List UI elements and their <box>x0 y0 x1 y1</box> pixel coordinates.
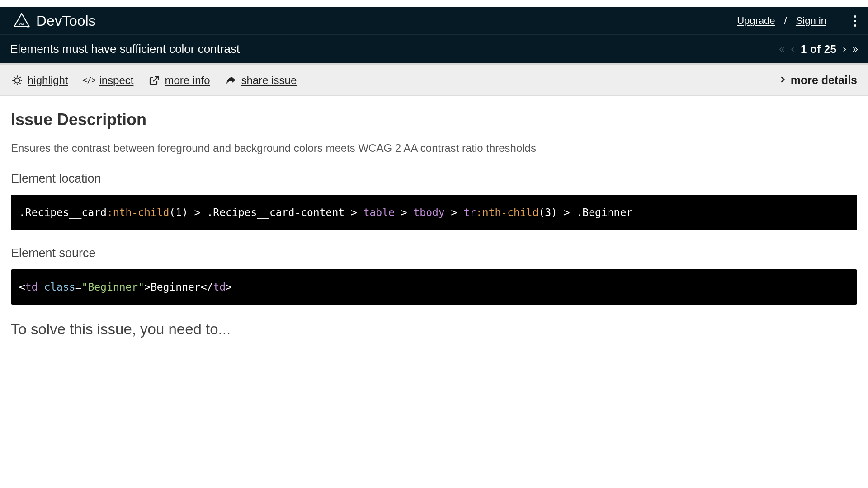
axe-logo-icon: ax <box>13 12 31 30</box>
more-info-button[interactable]: more info <box>148 74 210 87</box>
solve-heading: To solve this issue, you need to... <box>11 321 857 338</box>
more-details-label: more details <box>791 74 857 87</box>
more-info-label: more info <box>165 74 210 87</box>
issue-description-heading: Issue Description <box>11 110 857 129</box>
highlight-button[interactable]: highlight <box>11 74 68 87</box>
inspect-icon: </> <box>82 74 95 87</box>
kebab-wrap <box>840 7 859 34</box>
share-icon <box>225 74 237 87</box>
external-link-icon <box>148 74 160 87</box>
inspect-button[interactable]: </> inspect <box>82 74 133 87</box>
more-menu-button[interactable] <box>851 13 859 29</box>
toolbar-left: highlight </> inspect more info <box>11 74 297 87</box>
issue-pager: « ‹ 1 of 25 › » <box>766 35 858 63</box>
pager-text: 1 of 25 <box>801 43 837 56</box>
issue-title-bar: Elements must have sufficient color cont… <box>0 34 868 65</box>
element-source-code[interactable]: <td class="Beginner">Beginner</td> <box>11 269 857 305</box>
app-header: ax DevTools Upgrade / Sign in <box>0 0 868 34</box>
action-toolbar: highlight </> inspect more info <box>0 65 868 96</box>
pager-first-icon[interactable]: « <box>779 43 784 55</box>
header-right: Upgrade / Sign in <box>737 7 859 34</box>
element-location-heading: Element location <box>11 172 857 186</box>
highlight-icon <box>11 74 24 87</box>
signin-link[interactable]: Sign in <box>796 15 826 27</box>
issue-description-text: Ensures the contrast between foreground … <box>11 140 857 156</box>
highlight-label: highlight <box>28 74 68 87</box>
upgrade-link[interactable]: Upgrade <box>737 15 775 27</box>
pager-next-icon[interactable]: › <box>843 43 846 55</box>
share-issue-button[interactable]: share issue <box>225 74 297 87</box>
header-separator: / <box>784 15 787 27</box>
share-issue-label: share issue <box>241 74 297 87</box>
svg-text:ax: ax <box>19 21 24 26</box>
pager-last-icon[interactable]: » <box>853 43 858 55</box>
pager-prev-icon[interactable]: ‹ <box>791 43 794 55</box>
element-source-heading: Element source <box>11 246 857 260</box>
logo-text: DevTools <box>36 13 96 29</box>
header-left: ax DevTools <box>13 12 96 30</box>
more-details-button[interactable]: more details <box>778 74 857 87</box>
svg-text:</>: </> <box>82 75 95 84</box>
issue-content: Issue Description Ensures the contrast b… <box>0 96 868 352</box>
chevron-right-icon <box>778 74 787 87</box>
inspect-label: inspect <box>99 74 133 87</box>
svg-point-1 <box>28 27 29 28</box>
issue-title: Elements must have sufficient color cont… <box>10 42 240 56</box>
element-location-code[interactable]: .Recipes__card:nth-child(1) > .Recipes__… <box>11 195 857 230</box>
svg-point-2 <box>15 78 20 83</box>
